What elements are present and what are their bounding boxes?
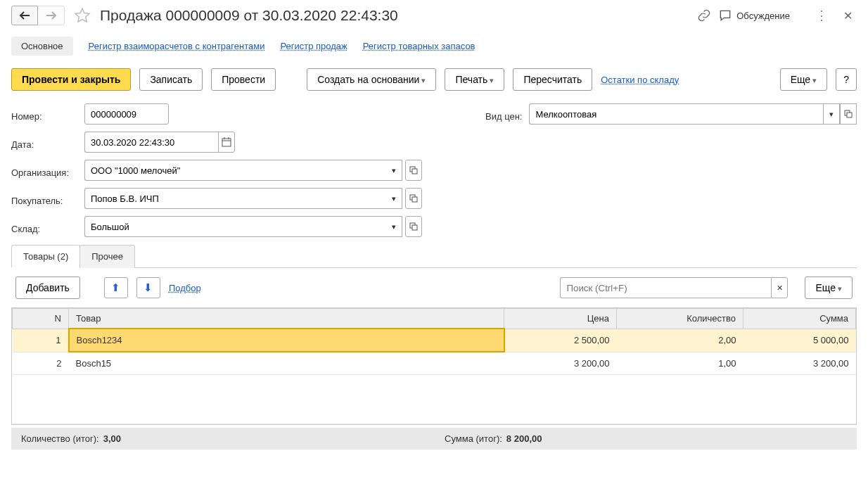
- customer-dropdown-icon[interactable]: ▾: [385, 188, 402, 209]
- more-button[interactable]: Еще: [780, 68, 828, 91]
- tab-other[interactable]: Прочее: [79, 245, 135, 268]
- number-field[interactable]: [84, 103, 169, 125]
- cell-price: 3 200,00: [504, 352, 617, 375]
- post-and-close-button[interactable]: Провести и закрыть: [11, 68, 131, 91]
- table-empty-space: [13, 375, 856, 424]
- chat-icon: [718, 8, 732, 23]
- svg-rect-2: [222, 139, 231, 146]
- discussion-button[interactable]: Обсуждение: [718, 8, 790, 23]
- customer-label: Покупатель:: [11, 191, 77, 206]
- arrow-down-icon: ⬇: [143, 281, 153, 294]
- col-price[interactable]: Цена: [504, 309, 617, 329]
- cell-sum: 5 000,00: [743, 329, 856, 352]
- nav-link-registers-2[interactable]: Регистр товарных запасов: [363, 41, 476, 51]
- total-qty-label: Количество (итог):: [21, 433, 99, 444]
- svg-rect-1: [847, 113, 852, 117]
- add-row-button[interactable]: Добавить: [15, 276, 80, 299]
- svg-rect-7: [412, 169, 417, 174]
- table-search-input[interactable]: [560, 277, 771, 298]
- cell-qty: 1,00: [617, 352, 743, 375]
- arrow-up-icon: ⬆: [111, 281, 120, 294]
- nav-link-registers-1[interactable]: Регистр продаж: [280, 41, 347, 51]
- nav-link-registers-0[interactable]: Регистр взаиморасчетов с контрагентами: [89, 41, 265, 51]
- warehouse-dropdown-icon[interactable]: ▾: [385, 216, 402, 237]
- col-item[interactable]: Товар: [69, 309, 504, 329]
- back-button[interactable]: [11, 6, 38, 25]
- date-label: Дата:: [11, 135, 77, 150]
- cell-sum: 3 200,00: [743, 352, 856, 375]
- post-button[interactable]: Провести: [211, 68, 276, 91]
- table-row[interactable]: 1 Bosch1234 2 500,00 2,00 5 000,00: [13, 329, 856, 352]
- customer-field[interactable]: [84, 188, 385, 209]
- price-type-open-icon[interactable]: [840, 103, 857, 125]
- organization-label: Организация:: [11, 163, 77, 178]
- cell-price: 2 500,00: [504, 329, 617, 352]
- cell-item[interactable]: Bosch15: [69, 352, 504, 375]
- favorite-star-icon[interactable]: [73, 6, 91, 25]
- cell-n: 2: [13, 352, 69, 375]
- col-sum[interactable]: Сумма: [743, 309, 856, 329]
- table-row[interactable]: 2 Bosch15 3 200,00 1,00 3 200,00: [13, 352, 856, 375]
- cell-n: 1: [13, 329, 69, 352]
- warehouse-field[interactable]: [84, 216, 385, 237]
- warehouse-open-icon[interactable]: [405, 216, 422, 237]
- total-sum-value: 8 200,00: [506, 433, 542, 444]
- pick-link[interactable]: Подбор: [169, 283, 201, 293]
- warehouse-label: Склад:: [11, 220, 77, 234]
- move-up-button[interactable]: ⬆: [104, 277, 128, 298]
- customer-open-icon[interactable]: [405, 188, 422, 209]
- save-button[interactable]: Записать: [139, 68, 203, 91]
- cell-qty: 2,00: [617, 329, 743, 352]
- page-title: Продажа 000000009 от 30.03.2020 22:43:30: [100, 7, 398, 24]
- cell-item[interactable]: Bosch1234: [69, 329, 504, 352]
- organization-field[interactable]: [84, 160, 385, 181]
- table-more-button[interactable]: Еще: [805, 276, 853, 299]
- move-down-button[interactable]: ⬇: [136, 277, 160, 298]
- number-label: Номер:: [11, 107, 77, 122]
- calendar-icon[interactable]: [218, 132, 235, 153]
- nav-tab-main[interactable]: Основное: [11, 37, 73, 56]
- create-based-on-button[interactable]: Создать на основании: [307, 68, 436, 91]
- price-type-dropdown-icon[interactable]: ▾: [823, 103, 840, 125]
- link-icon[interactable]: [696, 7, 713, 24]
- svg-rect-11: [412, 225, 417, 230]
- date-field[interactable]: [84, 132, 218, 153]
- organization-open-icon[interactable]: [405, 160, 422, 181]
- kebab-menu-icon[interactable]: ⋮: [815, 8, 828, 23]
- forward-button[interactable]: [38, 6, 65, 25]
- col-qty[interactable]: Количество: [617, 309, 743, 329]
- col-n[interactable]: N: [13, 309, 69, 329]
- print-button[interactable]: Печать: [445, 68, 504, 91]
- stock-by-warehouse-link[interactable]: Остатки по складу: [601, 75, 679, 85]
- close-icon[interactable]: ✕: [843, 9, 853, 23]
- organization-dropdown-icon[interactable]: ▾: [385, 160, 402, 181]
- tab-goods[interactable]: Товары (2): [11, 245, 80, 268]
- clear-search-icon[interactable]: ✕: [771, 277, 788, 298]
- svg-rect-9: [412, 197, 417, 202]
- price-type-field[interactable]: [529, 103, 823, 125]
- help-button[interactable]: ?: [836, 68, 857, 91]
- total-qty-value: 3,00: [103, 433, 121, 444]
- total-sum-label: Сумма (итог):: [445, 433, 502, 444]
- price-type-label: Вид цен:: [485, 107, 522, 122]
- discussion-label: Обсуждение: [736, 11, 790, 21]
- recalculate-button[interactable]: Пересчитать: [513, 68, 592, 91]
